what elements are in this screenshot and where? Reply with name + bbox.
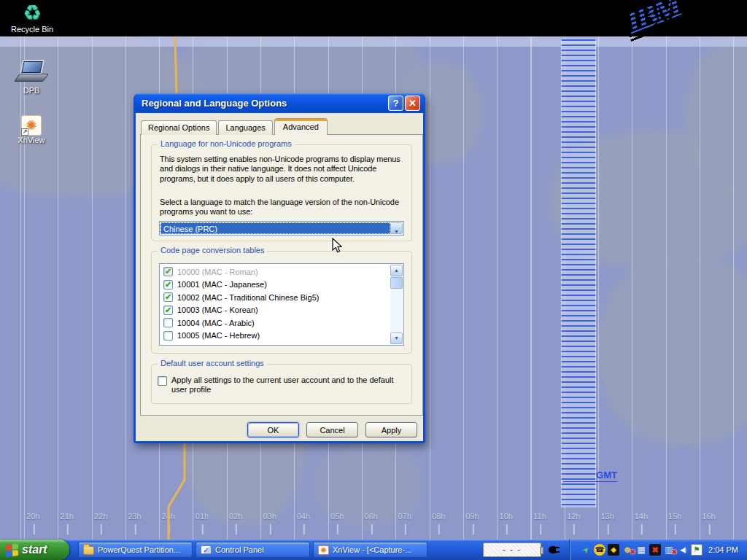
timezone-label: 09h	[465, 512, 479, 521]
checkbox-icon[interactable]: ✔	[163, 280, 173, 289]
gmt-label: GMT	[563, 470, 617, 482]
desktop-icon-xnview[interactable]: ✺↗ XnView	[6, 115, 57, 144]
checkbox-icon[interactable]	[163, 318, 173, 327]
task-button-control-panel[interactable]: ✓Control Panel	[196, 542, 310, 558]
codepage-item[interactable]: ✔10003 (MAC - Korean)	[161, 304, 390, 317]
checkbox-label: Apply all settings to the current user a…	[171, 376, 401, 395]
timezone-label: 11h	[533, 512, 546, 521]
safely-remove-hardware-icon[interactable]: ➤	[578, 542, 595, 559]
timezone-label: 02h	[229, 512, 242, 521]
start-label: start	[22, 543, 47, 556]
task-label: Control Panel	[215, 545, 264, 554]
desktop-icon-label: XnView	[6, 136, 57, 144]
taskbar-clock: 2:04 PM	[708, 545, 738, 554]
screen-capture-icon[interactable]: ⚑	[691, 544, 703, 556]
tab-regional-options[interactable]: Regional Options	[141, 120, 217, 135]
system-tray: ➤☎◆☻▦✖▥◀)⚑ 2:04 PM	[569, 540, 747, 560]
group-caption: Code page conversion tables	[158, 246, 267, 254]
codepage-item[interactable]: ✔10001 (MAC - Japanese)	[161, 279, 390, 292]
taskbar: start PowerQuest Partition...✓Control Pa…	[0, 540, 747, 560]
timezone-label: 07h	[398, 512, 411, 521]
codepage-listbox[interactable]: ✔10000 (MAC - Roman)✔10001 (MAC - Japane…	[159, 263, 404, 346]
language-combobox[interactable]: Chinese (PRC) ▼	[159, 221, 404, 236]
codepage-item[interactable]: ✔10000 (MAC - Roman)	[161, 265, 390, 279]
timezone-label: 21h	[61, 512, 74, 521]
volume-icon[interactable]: ◀)	[677, 544, 689, 556]
windows-logo-icon	[6, 542, 18, 556]
codepage-label: 10005 (MAC - Hebrew)	[177, 331, 260, 340]
timezone-label: 14h	[635, 512, 648, 521]
ibm-logo: IBM	[619, 0, 687, 42]
dialog-titlebar[interactable]: Regional and Language Options ? ✕	[135, 93, 424, 113]
advanced-tab-page: Language for non-Unicode programs This s…	[140, 134, 423, 416]
checkbox-icon[interactable]: ✔	[163, 292, 173, 302]
help-button[interactable]: ?	[388, 96, 403, 111]
apply-button[interactable]: Apply	[365, 422, 417, 438]
combobox-dropdown-button[interactable]: ▼	[390, 222, 403, 234]
desktop: GMT 20h21h22h23h24h01h02h03h04h05h06h07h…	[0, 0, 747, 560]
task-button-xnview-capture[interactable]: ✺XnView - [<Capture-...	[313, 542, 427, 558]
drive-status-icon[interactable]: ◆	[608, 544, 619, 556]
group-code-page-tables: Code page conversion tables ✔10000 (MAC …	[151, 251, 412, 354]
codepage-label: 10004 (MAC - Arabic)	[177, 319, 255, 327]
group-caption: Language for non-Unicode programs	[158, 139, 295, 148]
chevron-down-icon: ▼	[394, 229, 399, 234]
scroll-down-button[interactable]: ▼	[390, 332, 403, 344]
scroll-up-button[interactable]: ▲	[390, 265, 403, 276]
scroll-thumb[interactable]	[390, 277, 403, 289]
offline-users-icon[interactable]: ☻	[622, 544, 633, 556]
tray-icons: ➤☎◆☻▦✖▥◀)⚑	[580, 544, 703, 556]
shortcut-arrow-icon: ↗	[21, 128, 28, 136]
start-button[interactable]: start	[0, 540, 69, 560]
desktop-icon-dpb[interactable]: DPB	[6, 60, 57, 95]
modem-phone-icon[interactable]: ☎	[594, 544, 605, 556]
timezone-label: 08h	[432, 512, 445, 521]
cancel-button[interactable]: Cancel	[306, 422, 358, 438]
timezone-strip: 20h21h22h23h24h01h02h03h04h05h06h07h08h0…	[0, 512, 747, 540]
codepage-item[interactable]: ✔10002 (MAC - Traditional Chinese Big5)	[161, 291, 390, 304]
group-language-non-unicode: Language for non-Unicode programs This s…	[151, 144, 412, 241]
checkbox-box[interactable]	[158, 376, 167, 386]
timezone-label: 10h	[500, 512, 513, 521]
tab-advanced[interactable]: Advanced	[274, 118, 328, 135]
close-button[interactable]: ✕	[405, 96, 420, 111]
battery-meter[interactable]: - - -	[483, 542, 541, 557]
timezone-label: 05h	[330, 512, 344, 521]
desktop-icon-label: DPB	[6, 86, 57, 95]
timezone-label: 04h	[297, 512, 310, 521]
task-button-powerquest-partition[interactable]: PowerQuest Partition...	[78, 542, 193, 558]
group-default-user-settings: Default user account settings Apply all …	[151, 364, 412, 404]
non-unicode-description: This system setting enables non-Unicode …	[160, 155, 403, 184]
checkbox-icon[interactable]	[163, 331, 173, 341]
folder-icon	[83, 546, 94, 555]
codepage-label: 10000 (MAC - Roman)	[177, 268, 258, 276]
tab-languages[interactable]: Languages	[218, 120, 272, 135]
timezone-label: 15h	[668, 512, 681, 521]
timezone-label: 01h	[196, 512, 209, 521]
recycle-bin-icon: ♻	[9, 1, 55, 25]
timezone-label: 20h	[26, 512, 39, 521]
tab-strip: Regional OptionsLanguagesAdvanced	[141, 118, 329, 135]
codepage-label: 10002 (MAC - Traditional Chinese Big5)	[177, 293, 319, 302]
timezone-label: 22h	[94, 512, 107, 521]
non-unicode-select-hint: Select a language to match the language …	[160, 198, 403, 217]
checkbox-icon[interactable]: ✔	[163, 267, 173, 276]
regional-language-options-dialog: Regional and Language Options ? ✕ Region…	[133, 93, 425, 443]
checkbox-icon[interactable]: ✔	[163, 306, 173, 315]
codepage-item[interactable]: 10005 (MAC - Hebrew)	[161, 330, 390, 343]
apply-all-settings-checkbox[interactable]: Apply all settings to the current user a…	[158, 376, 406, 395]
dialog-button-row: OK Cancel Apply	[247, 422, 417, 438]
display-error-icon[interactable]: ✖	[649, 544, 661, 556]
codepage-label: 10003 (MAC - Korean)	[177, 306, 258, 314]
timezone-label: 13h	[600, 512, 614, 521]
timezone-label: 24h	[162, 512, 175, 521]
codepage-item[interactable]: 10004 (MAC - Arabic)	[161, 316, 390, 330]
task-label: PowerQuest Partition...	[98, 545, 180, 554]
desktop-icon-recycle-bin[interactable]: ♻ Recycle Bin	[9, 1, 55, 34]
codepage-label: 10001 (MAC - Japanese)	[177, 280, 267, 289]
network-places-icon[interactable]: ▦	[635, 544, 647, 556]
ok-button[interactable]: OK	[247, 422, 299, 438]
network-disconnected-icon[interactable]: ▥	[663, 544, 675, 556]
scrollbar[interactable]: ▲ ▼	[390, 265, 403, 344]
task-label: XnView - [<Capture-...	[333, 545, 411, 554]
